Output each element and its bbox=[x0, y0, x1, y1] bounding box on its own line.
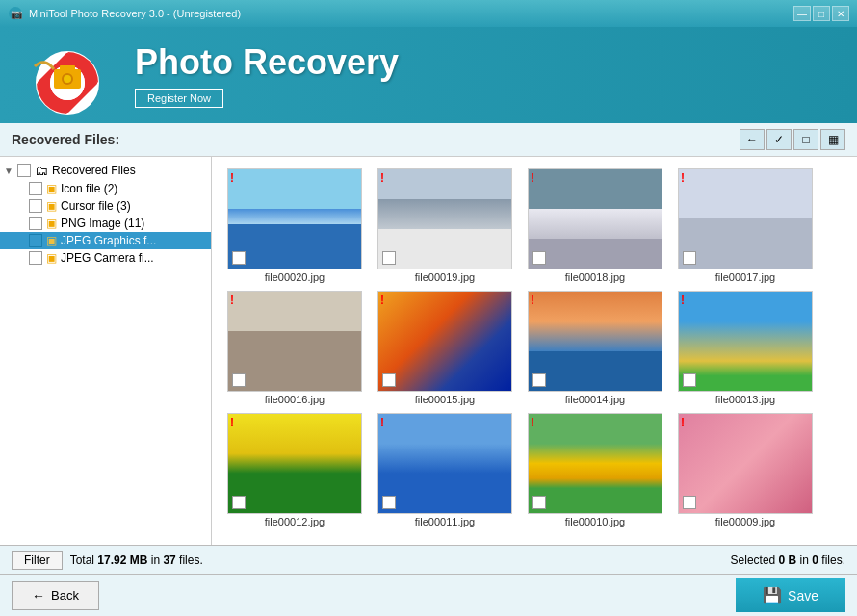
file-type-icon: ▣ bbox=[46, 199, 57, 213]
thumbnail-checkbox[interactable] bbox=[232, 496, 246, 509]
thumbnail-item[interactable]: !file00015.jpg bbox=[374, 291, 516, 405]
sidebar-item-icon-file[interactable]: ▣ Icon file (2) bbox=[0, 180, 211, 197]
title-bar-buttons: — □ ✕ bbox=[793, 6, 849, 21]
thumbnail-checkbox[interactable] bbox=[382, 251, 396, 265]
warning-icon: ! bbox=[531, 171, 534, 185]
back-button[interactable]: ← Back bbox=[12, 581, 99, 610]
section-title: Recovered Files: bbox=[12, 132, 119, 147]
app-logo bbox=[19, 32, 116, 118]
thumbnail-checkbox[interactable] bbox=[232, 251, 246, 265]
sidebar: ▼ 🗂 Recovered Files ▣ Icon file (2) ▣ Cu… bbox=[0, 157, 212, 545]
warning-icon: ! bbox=[230, 294, 234, 307]
save-button[interactable]: 💾 Save bbox=[736, 578, 845, 612]
jpeg-graphics-checkbox[interactable] bbox=[29, 234, 42, 247]
thumbnail-item[interactable]: !file00020.jpg bbox=[223, 168, 366, 283]
total-size: 17.92 MB bbox=[97, 553, 147, 567]
bottom-bar: ← Back 💾 Save bbox=[0, 574, 857, 616]
thumbnail-item[interactable]: !file00014.jpg bbox=[524, 291, 666, 405]
content-area: ▼ 🗂 Recovered Files ▣ Icon file (2) ▣ Cu… bbox=[0, 157, 857, 545]
sidebar-item-recovered-files-root[interactable]: ▼ 🗂 Recovered Files bbox=[0, 161, 211, 180]
jpeg-camera-checkbox[interactable] bbox=[29, 251, 42, 265]
svg-text:📷: 📷 bbox=[11, 8, 23, 20]
filter-button[interactable]: Filter bbox=[12, 551, 63, 570]
thumbnail-filename: file00019.jpg bbox=[374, 271, 516, 283]
thumbnail-image: ! bbox=[528, 168, 662, 270]
thumbnail-item[interactable]: !file00018.jpg bbox=[524, 168, 666, 283]
minimize-button[interactable]: — bbox=[793, 6, 811, 21]
app-name: Photo Recovery bbox=[135, 42, 399, 83]
thumbnail-image: ! bbox=[678, 168, 813, 270]
thumbnail-item[interactable]: !file00011.jpg bbox=[374, 413, 516, 527]
thumbnail-grid: !file00020.jpg!file00019.jpg!file00018.j… bbox=[212, 157, 857, 545]
thumbnail-checkbox[interactable] bbox=[683, 373, 696, 387]
thumbnail-item[interactable]: !file00012.jpg bbox=[223, 413, 366, 527]
thumbnail-item[interactable]: !file00019.jpg bbox=[374, 168, 516, 283]
thumbnail-checkbox[interactable] bbox=[683, 496, 696, 509]
sidebar-item-jpeg-graphics[interactable]: ▣ JPEG Graphics f... bbox=[0, 232, 211, 249]
thumbnail-image: ! bbox=[227, 413, 362, 514]
thumbnail-checkbox[interactable] bbox=[532, 496, 546, 509]
thumbnail-checkbox[interactable] bbox=[382, 496, 396, 509]
thumbnail-item[interactable]: !file00017.jpg bbox=[674, 168, 817, 283]
thumbnail-checkbox[interactable] bbox=[683, 251, 696, 265]
thumbnail-image: ! bbox=[678, 291, 813, 392]
back-arrow-icon: ← bbox=[32, 588, 45, 603]
register-button[interactable]: Register Now bbox=[135, 89, 223, 108]
sidebar-item-cursor-file[interactable]: ▣ Cursor file (3) bbox=[0, 197, 211, 215]
close-button[interactable]: ✕ bbox=[832, 6, 849, 21]
maximize-button[interactable]: □ bbox=[813, 6, 830, 21]
total-status: Total 17.92 MB in 37 files. bbox=[70, 553, 203, 567]
sidebar-item-label: Cursor file (3) bbox=[61, 199, 131, 213]
toolbar-buttons: ← ✓ □ ▦ bbox=[740, 129, 845, 150]
thumbnail-filename: file00017.jpg bbox=[674, 271, 817, 283]
total-files: 37 bbox=[163, 553, 175, 567]
png-image-checkbox[interactable] bbox=[29, 217, 42, 230]
thumbnail-image: ! bbox=[528, 291, 662, 392]
view-list-button[interactable]: □ bbox=[793, 129, 818, 150]
selected-files: 0 bbox=[812, 553, 818, 567]
view-grid-button[interactable]: ▦ bbox=[820, 129, 845, 150]
sidebar-item-label: JPEG Graphics f... bbox=[61, 234, 156, 247]
thumbnail-image: ! bbox=[227, 168, 362, 270]
icon-file-checkbox[interactable] bbox=[29, 182, 42, 195]
sidebar-item-label: Recovered Files bbox=[52, 164, 136, 177]
warning-icon: ! bbox=[531, 416, 534, 429]
title-bar-text: MiniTool Photo Recovery 3.0 - (Unregiste… bbox=[29, 8, 793, 19]
check-all-button[interactable]: ✓ bbox=[766, 129, 792, 150]
cursor-file-checkbox[interactable] bbox=[29, 199, 42, 213]
root-checkbox[interactable] bbox=[17, 164, 31, 177]
thumbnail-filename: file00020.jpg bbox=[223, 271, 366, 283]
thumbnail-item[interactable]: !file00010.jpg bbox=[524, 413, 666, 527]
file-type-icon: ▣ bbox=[46, 251, 57, 265]
thumbnail-filename: file00014.jpg bbox=[524, 394, 666, 405]
thumbnail-item[interactable]: !file00013.jpg bbox=[674, 291, 817, 405]
svg-point-8 bbox=[64, 75, 71, 83]
thumbnail-filename: file00012.jpg bbox=[223, 516, 366, 527]
sidebar-item-png-image[interactable]: ▣ PNG Image (11) bbox=[0, 215, 211, 232]
title-bar: 📷 MiniTool Photo Recovery 3.0 - (Unregis… bbox=[0, 0, 857, 27]
thumbnail-image: ! bbox=[377, 291, 512, 392]
thumbnail-filename: file00010.jpg bbox=[524, 516, 666, 527]
thumbnail-image: ! bbox=[528, 413, 662, 514]
warning-icon: ! bbox=[380, 171, 384, 185]
warning-icon: ! bbox=[380, 416, 384, 429]
header-title: Photo Recovery Register Now bbox=[135, 42, 399, 108]
thumbnail-filename: file00011.jpg bbox=[374, 516, 516, 527]
thumbnail-checkbox[interactable] bbox=[232, 373, 246, 387]
sidebar-item-jpeg-camera[interactable]: ▣ JPEG Camera fi... bbox=[0, 249, 211, 267]
warning-icon: ! bbox=[230, 171, 234, 185]
thumbnail-item[interactable]: !file00009.jpg bbox=[674, 413, 817, 527]
thumbnail-checkbox[interactable] bbox=[532, 373, 546, 387]
thumbnail-filename: file00015.jpg bbox=[374, 394, 516, 405]
back-nav-button[interactable]: ← bbox=[740, 129, 765, 150]
expand-icon: ▼ bbox=[4, 166, 17, 176]
thumbnail-checkbox[interactable] bbox=[382, 373, 396, 387]
svg-rect-6 bbox=[60, 65, 75, 71]
thumbnail-item[interactable]: !file00016.jpg bbox=[223, 291, 366, 405]
file-type-icon: ▣ bbox=[46, 234, 57, 247]
warning-icon: ! bbox=[380, 294, 384, 307]
file-type-icon: ▣ bbox=[46, 182, 57, 195]
header: Photo Recovery Register Now bbox=[0, 27, 857, 123]
thumbnail-checkbox[interactable] bbox=[532, 251, 546, 265]
selected-status: Selected 0 B in 0 files. bbox=[731, 553, 845, 567]
